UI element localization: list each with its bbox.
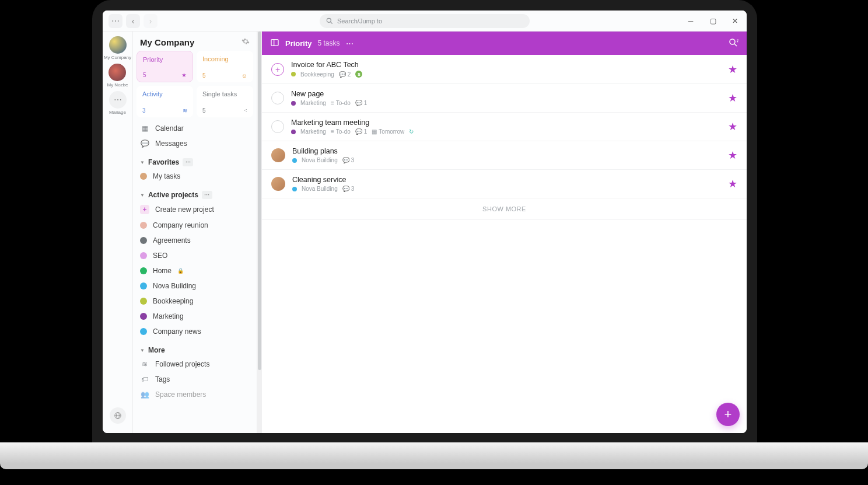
section-more-button[interactable]: ⋯ [202,191,212,199]
svg-point-7 [730,39,735,44]
chevron-down-icon: ▼ [140,160,145,165]
sidebar-item-create-project[interactable]: + Create new project [133,201,257,218]
sidebar-item-label: Agreements [153,236,191,245]
section-more-button[interactable]: ⋯ [183,158,193,166]
window-minimize-button[interactable]: ─ [684,14,698,28]
card-activity[interactable]: Activity 3≋ [136,86,193,117]
task-star-button[interactable]: ★ [728,92,737,104]
sidebar-item-followed-projects[interactable]: ≋ Followed projects [133,357,257,372]
plus-icon: + [140,205,149,214]
task-row[interactable]: Building plansNova Building💬 3★ [262,141,747,170]
sidebar-item-project[interactable]: Agreements [133,233,257,248]
sidebar-item-tags[interactable]: 🏷 Tags [133,372,257,387]
task-row[interactable]: +Invoice for ABC TechBookkeeping💬 2$★ [262,55,747,84]
project-dot [292,158,297,163]
sidebar-item-project[interactable]: Company news [133,324,257,339]
task-star-button[interactable]: ★ [728,63,737,76]
rss-icon: ≋ [140,360,149,368]
rail-item-my-nozbe[interactable]: My Nozbe [107,64,128,88]
task-star-button[interactable]: ★ [728,120,737,133]
project-dot [140,282,147,289]
task-checkbox[interactable]: + [271,63,284,76]
task-title: New page [291,90,721,98]
card-priority[interactable]: Priority 5★ [136,51,193,82]
card-incoming[interactable]: Incoming 5☺ [197,51,253,82]
task-project: Bookkeeping [300,71,334,78]
search-input[interactable]: Search/Jump to [320,14,530,28]
comment-icon: 💬 [355,100,362,106]
sidebar-item-label: Messages [155,139,187,148]
rail-item-my-company[interactable]: My Company [104,36,131,60]
project-dot [140,313,147,320]
settings-button[interactable] [242,37,250,47]
task-star-button[interactable]: ★ [728,149,737,162]
card-title: Single tasks [202,90,247,97]
sidebar-item-label: SEO [153,252,167,260]
sidebar-item-label: Followed projects [155,360,209,368]
workspace-rail: My Company My Nozbe ⋯ Manage [103,32,133,433]
project-dot [140,328,147,335]
sidebar-item-project[interactable]: Bookkeeping [133,294,257,309]
add-task-fab[interactable]: + [716,403,740,426]
project-dot [140,222,147,229]
rail-item-manage[interactable]: ⋯ Manage [109,91,127,115]
task-avatar[interactable] [271,177,285,191]
list-icon: ≡ [331,128,334,135]
messages-icon: 💬 [140,139,149,148]
sidebar-item-label: Marketing [153,312,184,320]
section-favorites[interactable]: ▼ Favorites ⋯ [133,151,257,169]
titlebar: ⋯ ‹ › Search/Jump to ─ ▢ ✕ [103,11,747,32]
task-date: ▦ Tomorrow [372,128,404,135]
task-row[interactable]: Cleaning serviceNova Building💬 3★ [262,170,747,198]
globe-button[interactable] [110,407,126,424]
sidebar-item-my-tasks[interactable]: My tasks [133,169,257,184]
sidebar-item-space-members[interactable]: 👥 Space members [133,387,257,402]
task-row[interactable]: Marketing team meetingMarketing≡ To-do💬 … [262,113,747,141]
sidebar-item-label: Company news [153,327,201,336]
plus-icon: + [724,407,732,422]
task-section: ≡ To-do [331,128,351,135]
task-comments: 💬 1 [355,128,368,135]
sidebar-item-project[interactable]: Marketing [133,309,257,324]
rail-label: My Nozbe [107,82,128,88]
section-title: Active projects [148,191,198,199]
svg-line-1 [331,22,332,23]
window-close-button[interactable]: ✕ [728,14,742,28]
sidebar-item-project[interactable]: Home🔒 [133,263,257,278]
sidebar-item-project[interactable]: Company reunion [133,218,257,233]
sidebar-item-calendar[interactable]: ▦ Calendar [133,121,257,136]
sidebar-item-label: Nova Building [153,282,196,290]
svg-point-0 [327,18,331,22]
sidebar-item-project[interactable]: Nova Building [133,278,257,294]
repeat-icon: ↻ [409,128,414,135]
show-more-button[interactable]: SHOW MORE [262,198,747,220]
panel-icon [270,38,279,47]
task-row[interactable]: New pageMarketing≡ To-do💬 1★ [262,84,747,113]
window-maximize-button[interactable]: ▢ [706,14,720,28]
task-checkbox[interactable] [271,92,284,104]
section-active-projects[interactable]: ▼ Active projects ⋯ [133,184,257,201]
filter-button[interactable] [728,37,738,50]
sidebar-item-label: Bookkeeping [153,297,193,305]
section-more[interactable]: ▼ More [133,339,257,357]
card-count: 3 [142,107,146,114]
sidebar-item-project[interactable]: SEO [133,248,257,263]
sidebar-scrollbar[interactable] [257,32,262,433]
task-avatar[interactable] [271,148,285,162]
task-checkbox[interactable] [271,120,284,133]
nav-forward-button[interactable]: › [144,14,158,28]
sidebar-item-messages[interactable]: 💬 Messages [133,136,257,151]
card-count: 5 [202,107,206,114]
inbox-icon: ☺ [242,72,247,79]
card-single-tasks[interactable]: Single tasks 5⁖ [197,86,253,117]
card-title: Activity [142,90,187,97]
main-panel: Priority 5 tasks ⋯ +Invoice for ABC Tech… [262,32,747,433]
card-title: Incoming [202,55,247,62]
task-star-button[interactable]: ★ [728,177,737,190]
main-header-more-button[interactable]: ⋯ [346,39,354,48]
nav-back-button[interactable]: ‹ [126,14,140,28]
sidebar-toggle-button[interactable] [270,38,279,49]
task-list: +Invoice for ABC TechBookkeeping💬 2$★New… [262,55,747,198]
menu-button[interactable]: ⋯ [108,14,123,28]
task-title: Invoice for ABC Tech [291,61,721,69]
